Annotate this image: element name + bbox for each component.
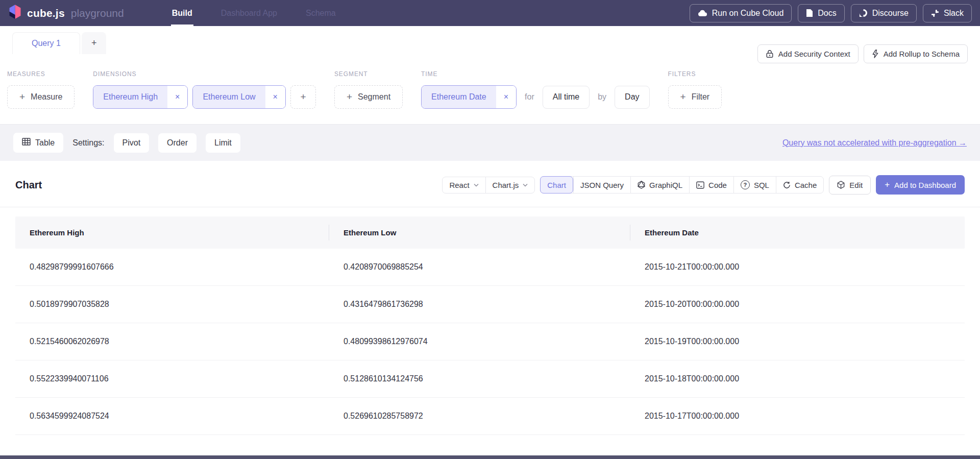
slack-button[interactable]: Slack	[923, 4, 972, 22]
add-security-context-button[interactable]: Add Security Context	[757, 44, 859, 63]
cell-ethereum-high: 0.48298799991607666	[15, 262, 329, 272]
docs-button[interactable]: Docs	[798, 4, 844, 22]
for-label: for	[525, 92, 534, 102]
add-query-tab-button[interactable]: +	[82, 32, 107, 54]
view-tab-chart[interactable]: Chart	[540, 176, 573, 194]
cell-ethereum-high: 0.5215460062026978	[15, 337, 329, 346]
cloud-icon	[698, 10, 707, 17]
cell-ethereum-date: 2015-10-21T00:00:00.000	[630, 262, 965, 272]
chart-controls: React Chart.js Chart JSON Query	[442, 175, 965, 195]
add-filter-label: Filter	[692, 92, 710, 102]
view-tab-graphiql[interactable]: GraphiQL	[630, 177, 689, 193]
table-row: 0.5018979907035828 0.4316479861736298 20…	[15, 286, 965, 323]
slack-icon	[931, 9, 939, 17]
dimension-chip-ethereum-low[interactable]: Ethereum Low ×	[192, 85, 286, 109]
library-value: Chart.js	[493, 181, 519, 189]
nav-tab-dashboard-app[interactable]: Dashboard App	[220, 0, 278, 26]
view-tab-code[interactable]: Code	[689, 177, 733, 193]
add-filter-button[interactable]: + Filter	[668, 85, 722, 109]
cell-ethereum-low: 0.5128610134124756	[329, 374, 630, 383]
add-measure-label: Measure	[31, 92, 62, 102]
discourse-icon	[859, 9, 868, 17]
framework-select[interactable]: React	[443, 177, 485, 193]
query-tab-1[interactable]: Query 1	[12, 32, 80, 54]
remove-chip-icon[interactable]: ×	[496, 86, 516, 108]
run-on-cube-cloud-label: Run on Cube Cloud	[712, 9, 784, 18]
segment-label: SEGMENT	[334, 70, 403, 78]
cell-ethereum-date: 2015-10-19T00:00:00.000	[630, 337, 965, 346]
docs-label: Docs	[818, 9, 836, 18]
order-button[interactable]: Order	[158, 133, 197, 153]
filters-group: FILTERS + Filter	[668, 70, 722, 109]
graphql-icon	[638, 181, 645, 189]
by-label: by	[598, 92, 606, 102]
table-grid-icon	[22, 138, 31, 148]
cell-ethereum-low: 0.5269610285758972	[329, 412, 630, 421]
cell-ethereum-high: 0.5634599924087524	[15, 412, 329, 421]
chip-label: Ethereum High	[93, 86, 167, 108]
dimension-chip-ethereum-high[interactable]: Ethereum High ×	[93, 85, 188, 109]
view-tab-graphiql-label: GraphiQL	[649, 181, 682, 189]
column-header-ethereum-low[interactable]: Ethereum Low	[329, 216, 630, 249]
view-tab-cache-label: Cache	[795, 181, 817, 189]
cell-ethereum-low: 0.48099398612976074	[329, 337, 630, 346]
add-segment-button[interactable]: + Segment	[334, 85, 403, 109]
nav-tabs: Build Dashboard App Schema	[171, 0, 337, 26]
framework-select-group: React Chart.js	[442, 177, 535, 194]
cell-ethereum-low: 0.4208970069885254	[329, 262, 630, 272]
brand: cube.js playground	[8, 4, 124, 22]
view-tab-sql-label: SQL	[754, 181, 769, 189]
view-tab-sql[interactable]: ? SQL	[733, 177, 776, 193]
remove-chip-icon[interactable]: ×	[167, 86, 187, 108]
result-table: Ethereum High Ethereum Low Ethereum Date…	[15, 216, 965, 435]
doc-icon	[806, 9, 813, 17]
remove-chip-icon[interactable]: ×	[265, 86, 285, 108]
dimensions-group: DIMENSIONS Ethereum High × Ethereum Low …	[93, 70, 316, 109]
limit-button[interactable]: Limit	[206, 133, 240, 153]
date-range-button[interactable]: All time	[543, 86, 590, 109]
plus-icon: +	[680, 91, 686, 103]
chip-label: Ethereum Date	[422, 86, 496, 108]
plus-icon: +	[885, 180, 890, 190]
plus-icon: +	[347, 91, 352, 103]
cell-ethereum-high: 0.5522339940071106	[15, 374, 329, 383]
nav-tab-schema[interactable]: Schema	[305, 0, 337, 26]
table-row: 0.5522339940071106 0.5128610134124756 20…	[15, 360, 965, 398]
nav-actions: Run on Cube Cloud Docs Discourse	[690, 4, 972, 22]
brand-name: cube.js	[27, 7, 65, 19]
add-rollup-to-schema-button[interactable]: Add Rollup to Schema	[864, 44, 968, 63]
add-to-dashboard-button[interactable]: + Add to Dashboard	[876, 175, 965, 195]
lightning-icon	[872, 50, 879, 58]
preaggregation-link[interactable]: Query was not accelerated with pre-aggre…	[782, 138, 967, 148]
add-dimension-button[interactable]: +	[290, 85, 316, 109]
add-security-context-label: Add Security Context	[778, 50, 850, 58]
run-on-cube-cloud-button[interactable]: Run on Cube Cloud	[690, 4, 792, 22]
library-select[interactable]: Chart.js	[485, 177, 535, 193]
discourse-button[interactable]: Discourse	[851, 4, 917, 22]
cell-ethereum-date: 2015-10-20T00:00:00.000	[630, 300, 965, 309]
table-row: 0.48298799991607666 0.4208970069885254 2…	[15, 249, 965, 286]
edit-button[interactable]: Edit	[829, 176, 871, 195]
window-bottom-edge	[0, 455, 980, 459]
time-chip-ethereum-date[interactable]: Ethereum Date ×	[421, 85, 517, 109]
view-tab-json-query[interactable]: JSON Query	[573, 177, 630, 193]
code-terminal-icon	[696, 181, 704, 189]
table-view-button[interactable]: Table	[13, 133, 63, 153]
plus-icon: +	[300, 91, 306, 103]
measures-group: MEASURES + Measure	[7, 70, 75, 109]
query-actions: Add Security Context Add Rollup to Schem…	[757, 44, 968, 63]
chevron-down-icon	[523, 183, 528, 187]
view-tab-code-label: Code	[708, 181, 727, 189]
add-measure-button[interactable]: + Measure	[7, 85, 75, 109]
chart-panel-title: Chart	[15, 179, 42, 191]
nav-tab-build[interactable]: Build	[171, 0, 193, 26]
column-header-ethereum-date[interactable]: Ethereum Date	[630, 216, 965, 249]
query-tabs-row: Query 1 + Add Security Context Add Rollu…	[0, 26, 980, 63]
view-tabs-group: Chart JSON Query GraphiQL	[540, 176, 824, 194]
view-tab-cache[interactable]: Cache	[776, 177, 823, 193]
pivot-button[interactable]: Pivot	[114, 133, 150, 153]
settings-bar: Table Settings: Pivot Order Limit Query …	[0, 124, 980, 161]
granularity-button[interactable]: Day	[615, 86, 649, 109]
table-row: 0.5634599924087524 0.5269610285758972 20…	[15, 398, 965, 435]
column-header-ethereum-high[interactable]: Ethereum High	[15, 216, 329, 249]
